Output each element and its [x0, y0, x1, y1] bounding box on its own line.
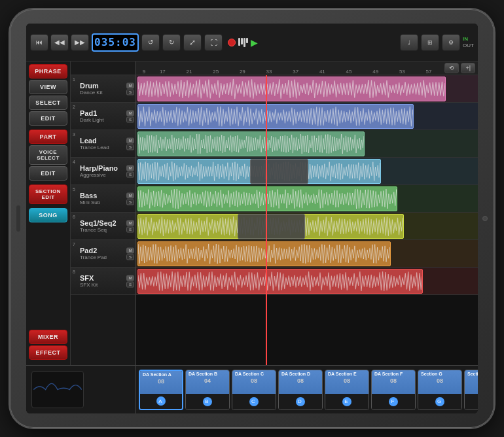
- section-section: SECTIONEDIT: [29, 184, 67, 204]
- track-block-2[interactable]: [137, 104, 414, 129]
- song-button[interactable]: SONG: [29, 208, 67, 222]
- view-button[interactable]: VIEW: [29, 80, 67, 94]
- track-name-4: Harp/Piano: [80, 164, 133, 172]
- solo-btn-1[interactable]: S: [126, 89, 134, 95]
- solo-btn-4[interactable]: S: [126, 171, 134, 177]
- metronome-button[interactable]: ♩: [400, 34, 418, 51]
- record-indicator: [228, 39, 236, 46]
- track-lane-7[interactable]: [136, 240, 478, 268]
- solo-btn-8[interactable]: S: [126, 281, 134, 287]
- track-lane-1[interactable]: [136, 75, 478, 103]
- section-letter-4: E: [342, 397, 351, 406]
- track-lane-3[interactable]: [136, 130, 478, 158]
- track-header-5: 5 Bass Mini Sub M S: [71, 185, 135, 213]
- mute-btn-7[interactable]: M: [126, 247, 134, 253]
- play-button[interactable]: ▶: [251, 37, 258, 48]
- section-block-0[interactable]: DA Section A08A: [139, 370, 183, 410]
- mute-btn-8[interactable]: M: [126, 275, 134, 281]
- voice-select-button[interactable]: VOICESELECT: [29, 145, 67, 165]
- tracks-container: 1 Drum Dance Kit M S 2 Pad1 Dark Light M…: [71, 75, 478, 365]
- track-name-8: SFX: [80, 274, 133, 282]
- effect-button[interactable]: EFFECT: [29, 345, 67, 360]
- track-block-7[interactable]: [137, 241, 391, 266]
- loop-button[interactable]: ⤢: [183, 34, 202, 51]
- track-header-3: 3 Lead Trance Lead M S: [71, 130, 135, 158]
- add-track-button[interactable]: +|: [461, 63, 475, 73]
- section-letter-0: A: [156, 396, 166, 406]
- section-letter-3: D: [296, 397, 305, 406]
- track-sub-1: Dance Kit: [80, 90, 133, 96]
- mute-btn-2[interactable]: M: [126, 110, 134, 116]
- section-block-3[interactable]: DA Section D08D: [278, 370, 323, 410]
- mute-btn-5[interactable]: M: [126, 192, 134, 198]
- left-sidebar: PHRASE VIEW SELECT EDIT PART VOICESELECT…: [26, 61, 71, 365]
- mute-btn-4[interactable]: M: [126, 165, 134, 171]
- section-label-5: DA Section F08: [372, 370, 415, 394]
- solo-btn-2[interactable]: S: [126, 116, 134, 122]
- track-num-6: 6: [73, 215, 75, 219]
- ipad-device: ⏮ ◀◀ ▶▶ 035:03 ↺ ↻ ⤢ ⛶ ▶ ♩ ⊞: [10, 9, 494, 428]
- section-block-7[interactable]: Sectio...04: [464, 370, 478, 410]
- expand-button[interactable]: ⛶: [204, 34, 223, 51]
- song-section: SONG: [29, 208, 67, 222]
- track-lane-4[interactable]: [136, 158, 478, 185]
- select-button[interactable]: SELECT: [29, 96, 67, 110]
- toolbar-right: ♩ ⊞ ⚙ IN OUT: [400, 34, 474, 51]
- track-name-5: Bass: [80, 192, 133, 200]
- track-sub-4: Aggressive: [80, 172, 133, 178]
- solo-btn-6[interactable]: S: [126, 226, 134, 232]
- redo-button[interactable]: ↻: [162, 34, 181, 51]
- solo-btn-5[interactable]: S: [126, 199, 134, 205]
- mute-btn-1[interactable]: M: [126, 82, 134, 88]
- rewind-button[interactable]: ⏮: [30, 34, 48, 51]
- bottom-left: [26, 366, 136, 413]
- section-bottom-1: B: [186, 394, 229, 409]
- edit-phrase-button[interactable]: EDIT: [29, 111, 67, 126]
- track-sub-3: Trance Lead: [80, 145, 133, 150]
- forward-button[interactable]: ▶▶: [71, 34, 89, 51]
- phrase-button[interactable]: PHRASE: [29, 64, 67, 79]
- solo-btn-3[interactable]: S: [126, 144, 134, 150]
- track-lane-8[interactable]: [136, 268, 478, 295]
- track-sub-5: Mini Sub: [80, 200, 133, 205]
- mixer-button[interactable]: MIXER: [29, 330, 67, 344]
- track-lane-6[interactable]: [136, 213, 478, 240]
- track-block-6-2[interactable]: [238, 214, 304, 239]
- track-num-2: 2: [73, 105, 75, 109]
- mute-btn-6[interactable]: M: [126, 220, 134, 226]
- track-block-3[interactable]: [137, 131, 365, 156]
- undo-button[interactable]: ↺: [141, 34, 160, 51]
- section-edit-button[interactable]: SECTIONEDIT: [29, 184, 67, 204]
- part-section: PART VOICESELECT EDIT: [29, 130, 67, 181]
- section-block-4[interactable]: DA Section E08E: [325, 370, 369, 410]
- section-block-2[interactable]: DA Section C08C: [232, 370, 276, 410]
- edit-part-button[interactable]: EDIT: [29, 166, 67, 181]
- section-block-5[interactable]: DA Section F08F: [371, 370, 416, 410]
- home-button[interactable]: [482, 216, 488, 221]
- section-bottom-7: [465, 394, 478, 409]
- section-block-1[interactable]: DA Section B04B: [185, 370, 230, 410]
- back-button[interactable]: ◀◀: [50, 34, 69, 51]
- track-block-8[interactable]: [137, 269, 423, 294]
- mute-btn-3[interactable]: M: [126, 137, 134, 143]
- track-block-5[interactable]: [137, 186, 397, 211]
- track-block-4-2[interactable]: [250, 159, 308, 184]
- track-num-4: 4: [73, 160, 75, 164]
- track-lane-5[interactable]: [136, 185, 478, 213]
- settings-button[interactable]: ⚙: [442, 34, 460, 51]
- ipad-screen: ⏮ ◀◀ ▶▶ 035:03 ↺ ↻ ⤢ ⛶ ▶ ♩ ⊞: [26, 24, 478, 413]
- track-sub-7: Trance Pad: [80, 254, 133, 260]
- part-button[interactable]: PART: [29, 130, 67, 144]
- grid-button[interactable]: ⊞: [421, 34, 439, 51]
- track-num-1: 1: [73, 77, 75, 82]
- section-block-6[interactable]: Section G08G: [418, 370, 462, 410]
- timeline-ruler: 9 17 21 25 29 33 37 41 45 49: [139, 61, 442, 75]
- solo-btn-7[interactable]: S: [126, 254, 134, 260]
- section-bottom-3: D: [279, 394, 322, 409]
- track-lane-2[interactable]: [136, 103, 478, 130]
- loop-region-button[interactable]: ⟲: [444, 63, 459, 73]
- section-label-1: DA Section B04: [186, 370, 229, 394]
- section-letter-1: B: [203, 397, 212, 406]
- transport-controls: ⏮ ◀◀ ▶▶: [30, 34, 89, 51]
- track-block-1[interactable]: [137, 77, 446, 101]
